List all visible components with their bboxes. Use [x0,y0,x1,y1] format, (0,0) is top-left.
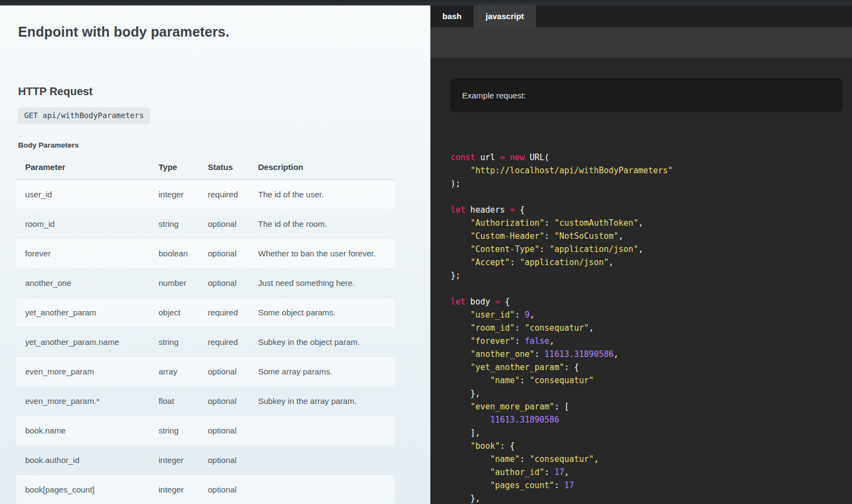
parameter-cell: even_more_param.* [16,386,150,416]
description-cell: Just need something here. [249,268,395,298]
code-line [451,190,852,203]
example-request-box: Example request: [451,78,842,112]
description-cell: The id of the user. [249,180,395,209]
table-row: foreverbooleanoptionalWhether to ban the… [16,239,395,268]
code-line: "name": "consequatur", [451,453,852,466]
table-row: even_more_paramarrayoptionalSome array p… [16,357,395,386]
status-cell: required [199,180,249,209]
code-panel: bashjavascript Example request: const ur… [430,5,852,504]
parameter-cell: room_id [16,209,150,239]
code-line: ); [451,177,852,190]
type-cell: integer [150,446,199,475]
code-line: let headers = { [451,203,852,216]
code-block: const url = new URL( "http://localhost/a… [430,151,852,504]
window-top-bar [0,0,852,5]
body-parameters-table: ParameterTypeStatusDescription user_idin… [16,155,395,504]
code-line: }, [451,387,852,400]
status-cell: optional [199,209,249,239]
parameter-cell: even_more_param [16,357,150,386]
type-cell: array [150,357,199,386]
description-cell [249,475,395,504]
tab-bar-lower-band [430,27,852,58]
parameter-cell: yet_another_param.name [16,327,150,357]
code-line: "author_id": 17, [451,466,852,479]
tab-bash[interactable]: bash [430,5,474,27]
status-cell: required [199,327,249,357]
status-cell: optional [199,386,249,416]
code-line [451,282,852,295]
endpoint-method-badge: GET api/withBodyParameters [18,108,150,124]
description-cell [249,446,395,475]
table-row: book[pages_count]integeroptional [16,475,395,504]
code-line: "Accept": "application/json", [451,256,852,269]
parameter-cell: book.author_id [16,446,150,475]
code-line: "Authorization": "customAuthToken", [451,216,852,230]
type-cell: boolean [150,239,199,268]
tab-javascript[interactable]: javascript [474,5,536,27]
parameter-cell: another_one [16,268,150,298]
type-cell: string [150,327,199,357]
code-line: "another_one": 11613.31890586, [451,348,852,361]
code-line: "book": { [451,439,852,453]
table-body: user_idintegerrequiredThe id of the user… [16,180,395,504]
status-cell: required [199,298,249,327]
code-line: "user_id": 9, [451,308,852,321]
code-line: "room_id": "consequatur", [451,321,852,335]
code-line: "name": "consequatur" [451,374,852,387]
type-cell: string [150,209,199,239]
lang-tab-bar: bashjavascript [430,5,852,27]
status-cell: optional [199,416,249,446]
code-line: ], [451,426,852,439]
description-cell: Some object params. [249,298,395,327]
table-row: room_idstringoptionalThe id of the room. [16,209,395,239]
description-cell: Whether to ban the user forever. [249,239,395,268]
table-header-row: ParameterTypeStatusDescription [16,155,395,180]
status-cell: optional [199,357,249,386]
description-cell: Subkey in the array param. [249,386,395,416]
table-row: book.namestringoptional [16,416,395,446]
http-request-heading: HTTP Request [18,85,92,98]
type-cell: number [150,268,199,298]
description-cell: Subkey in the object param. [249,327,395,357]
code-line: const url = new URL( [451,151,852,164]
column-header-status: Status [199,155,249,180]
description-cell: The id of the room. [249,209,395,239]
docs-panel: Endpoint with body parameters. HTTP Requ… [0,5,430,504]
page-title: Endpoint with body parameters. [18,24,230,40]
type-cell: integer [150,180,199,209]
description-cell [249,416,395,446]
status-cell: optional [199,475,249,504]
description-cell: Some array params. [249,357,395,386]
type-cell: float [150,386,199,416]
code-line: "even_more_param": [ [451,400,852,413]
code-line: "pages_count": 17 [451,479,852,492]
status-cell: optional [199,268,249,298]
status-cell: optional [199,239,249,268]
table-row: user_idintegerrequiredThe id of the user… [16,180,395,209]
code-line: }; [451,269,852,282]
parameter-cell: book[pages_count] [16,475,150,504]
column-header-parameter: Parameter [16,155,150,180]
parameter-cell: book.name [16,416,150,446]
column-header-description: Description [249,155,395,180]
type-cell: object [150,298,199,327]
code-line: "forever": false, [451,335,852,348]
table-row: another_onenumberoptionalJust need somet… [16,268,395,298]
table-row: book.author_idintegeroptional [16,446,395,475]
code-line: "Content-Type": "application/json", [451,243,852,256]
example-request-label: Example request: [462,91,526,100]
code-line: }, [451,492,852,504]
status-cell: optional [199,446,249,475]
body-parameters-label: Body Parameters [18,141,79,149]
type-cell: integer [150,475,199,504]
table-row: even_more_param.*floatoptionalSubkey in … [16,386,395,416]
parameter-cell: yet_another_param [16,298,150,327]
column-header-type: Type [150,155,199,180]
parameter-cell: user_id [16,180,150,209]
code-line: "http://localhost/api/withBodyParameters… [451,164,852,177]
code-line: "yet_another_param": { [451,361,852,374]
type-cell: string [150,416,199,446]
table-row: yet_another_paramobjectrequiredSome obje… [16,298,395,327]
code-line: let body = { [451,295,852,308]
table-row: yet_another_param.namestringrequiredSubk… [16,327,395,357]
